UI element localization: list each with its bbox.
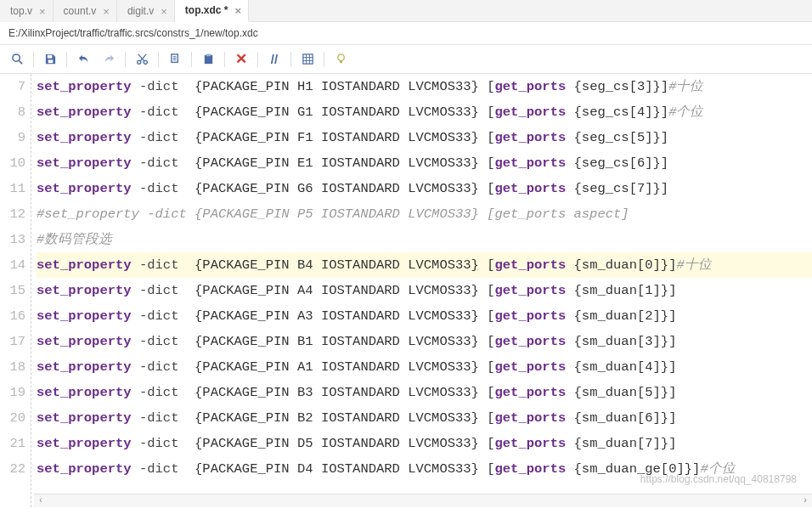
svg-point-0 <box>12 54 19 61</box>
undo-icon <box>77 53 90 65</box>
code-line[interactable]: set_property -dict {PACKAGE_PIN G6 IOSTA… <box>37 176 812 201</box>
code-line[interactable]: set_property -dict {PACKAGE_PIN A1 IOSTA… <box>37 354 812 380</box>
save-icon <box>44 53 57 65</box>
line-number: 13 <box>0 227 27 252</box>
svg-rect-13 <box>206 54 211 56</box>
find-button[interactable] <box>5 48 29 71</box>
tab-label: count.v <box>64 5 97 17</box>
separator <box>33 52 34 67</box>
tab-label: top.v <box>10 5 32 17</box>
tab-top-xdc[interactable]: top.xdc * × <box>175 0 249 22</box>
bulb-icon <box>335 53 347 65</box>
line-number: 10 <box>0 150 27 176</box>
code-line[interactable]: #set_property -dict {PACKAGE_PIN P5 IOST… <box>37 201 812 227</box>
delete-icon: ✕ <box>235 50 247 68</box>
code-line[interactable]: set_property -dict {PACKAGE_PIN B4 IOSTA… <box>37 252 812 278</box>
scroll-right-icon[interactable]: › <box>798 494 812 507</box>
separator <box>125 52 126 67</box>
code-line[interactable]: set_property -dict {PACKAGE_PIN E1 IOSTA… <box>37 150 812 176</box>
svg-line-1 <box>19 60 22 64</box>
redo-icon <box>103 53 116 65</box>
separator <box>257 52 258 67</box>
separator <box>66 52 67 67</box>
scroll-left-icon[interactable]: ‹ <box>34 494 48 507</box>
line-number: 19 <box>0 380 27 405</box>
horizontal-scrollbar[interactable]: ‹ › <box>34 494 812 507</box>
line-number: 20 <box>0 405 27 431</box>
code-line[interactable]: set_property -dict {PACKAGE_PIN A3 IOSTA… <box>37 303 812 329</box>
tab-digit-v[interactable]: digit.v × <box>117 0 175 22</box>
line-number: 22 <box>0 456 27 482</box>
svg-rect-14 <box>302 54 312 64</box>
code-line[interactable]: set_property -dict {PACKAGE_PIN H1 IOSTA… <box>37 74 812 99</box>
line-number: 11 <box>0 176 27 201</box>
separator <box>290 52 291 67</box>
search-icon <box>11 53 24 65</box>
copy-icon <box>169 53 182 65</box>
code-area[interactable]: set_property -dict {PACKAGE_PIN H1 IOSTA… <box>31 74 812 507</box>
separator <box>224 52 225 67</box>
comment-button[interactable]: // <box>262 48 286 71</box>
code-line[interactable]: set_property -dict {PACKAGE_PIN D4 IOSTA… <box>37 456 812 482</box>
tab-label: top.xdc * <box>185 4 228 16</box>
line-number-gutter: 78910111213141516171819202122 <box>0 74 31 507</box>
separator <box>191 52 192 67</box>
line-number: 16 <box>0 303 27 329</box>
line-number: 18 <box>0 354 27 380</box>
close-icon[interactable]: × <box>39 6 46 17</box>
code-line[interactable]: #数码管段选 <box>37 227 812 252</box>
delete-button[interactable]: ✕ <box>229 48 253 71</box>
undo-button[interactable] <box>71 48 95 71</box>
tab-bar: top.v × count.v × digit.v × top.xdc * × <box>0 0 812 22</box>
line-number: 7 <box>0 74 27 99</box>
comment-icon: // <box>271 52 278 66</box>
close-icon[interactable]: × <box>235 5 242 16</box>
columns-button[interactable] <box>296 48 319 71</box>
tab-label: digit.v <box>127 5 154 17</box>
cut-icon <box>136 53 149 65</box>
code-line[interactable]: set_property -dict {PACKAGE_PIN G1 IOSTA… <box>37 99 812 125</box>
close-icon[interactable]: × <box>103 6 110 17</box>
line-number: 17 <box>0 329 27 354</box>
line-number: 9 <box>0 125 27 150</box>
code-line[interactable]: set_property -dict {PACKAGE_PIN F1 IOSTA… <box>37 125 812 150</box>
hint-button[interactable] <box>329 48 352 71</box>
svg-rect-3 <box>48 59 53 63</box>
code-line[interactable]: set_property -dict {PACKAGE_PIN A4 IOSTA… <box>37 278 812 303</box>
tab-count-v[interactable]: count.v × <box>54 0 117 22</box>
copy-button[interactable] <box>163 48 187 71</box>
file-path: E:/XilinxProject/traffic/traffic.srcs/co… <box>0 22 812 45</box>
code-line[interactable]: set_property -dict {PACKAGE_PIN D5 IOSTA… <box>37 431 812 456</box>
line-number: 12 <box>0 201 27 227</box>
paste-button[interactable] <box>196 48 220 71</box>
close-icon[interactable]: × <box>161 6 167 17</box>
redo-button[interactable] <box>97 48 121 71</box>
line-number: 15 <box>0 278 27 303</box>
line-number: 21 <box>0 431 27 456</box>
tab-top-v[interactable]: top.v × <box>0 0 54 22</box>
line-number: 14 <box>0 252 27 278</box>
cut-button[interactable] <box>130 48 154 71</box>
code-editor[interactable]: 78910111213141516171819202122 set_proper… <box>0 74 812 507</box>
svg-point-19 <box>337 54 344 61</box>
svg-rect-20 <box>340 60 342 63</box>
toolbar: ✕ // <box>0 45 812 74</box>
paste-icon <box>202 53 215 65</box>
code-line[interactable]: set_property -dict {PACKAGE_PIN B1 IOSTA… <box>37 329 812 354</box>
columns-icon <box>302 53 314 65</box>
svg-rect-2 <box>47 55 52 59</box>
code-line[interactable]: set_property -dict {PACKAGE_PIN B3 IOSTA… <box>37 380 812 405</box>
svg-rect-12 <box>204 55 211 64</box>
separator <box>324 52 324 67</box>
code-line[interactable]: set_property -dict {PACKAGE_PIN B2 IOSTA… <box>37 405 812 431</box>
line-number: 8 <box>0 99 27 125</box>
separator <box>158 52 159 67</box>
save-button[interactable] <box>38 48 62 71</box>
